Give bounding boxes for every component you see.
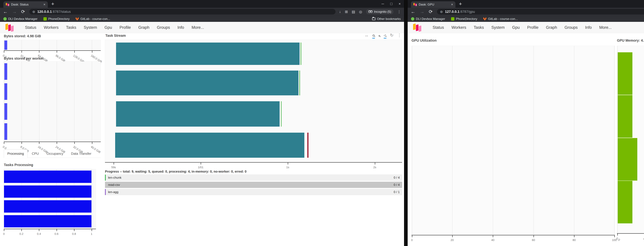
tab-processing[interactable]: Processing xyxy=(4,149,28,158)
site-info-icon[interactable]: ⊕ xyxy=(440,10,443,14)
site-info-icon[interactable]: ⊕ xyxy=(32,10,35,14)
bytes-stored-title: Bytes stored: 4.98 GiB xyxy=(4,34,41,38)
back-button[interactable]: ← xyxy=(3,9,8,14)
tick-mark xyxy=(74,51,75,53)
tick-mark xyxy=(617,234,618,236)
nav-tasks[interactable]: Tasks xyxy=(66,25,76,30)
bookmark-dli-devbox[interactable]: DLI Devbox Manager xyxy=(411,17,445,21)
chart-bar xyxy=(4,103,7,120)
bookmark-gitlab[interactable]: GitLab - course-con... xyxy=(76,17,110,21)
bytes-stored-chart[interactable] xyxy=(4,40,101,50)
tick-mark xyxy=(4,51,4,53)
nav-profile[interactable]: Profile xyxy=(527,25,538,30)
tick-mark xyxy=(74,142,75,144)
nav-status[interactable]: Status xyxy=(433,25,444,30)
nav-info[interactable]: Info xyxy=(178,25,184,30)
gridline xyxy=(57,62,57,141)
new-tab-button[interactable]: + xyxy=(459,1,462,7)
zoom-out-tool-icon[interactable] xyxy=(378,33,380,39)
box-zoom-tool-icon[interactable] xyxy=(372,33,375,39)
tasks-processing-chart[interactable] xyxy=(4,169,96,229)
back-button[interactable]: ← xyxy=(411,9,416,14)
progress-row-read-csv[interactable]: read-csv 0 / 4 xyxy=(105,182,402,188)
nav-system[interactable]: System xyxy=(84,25,97,30)
tab-data-transfer[interactable]: Data Transfer xyxy=(68,150,95,158)
side-panel-icon[interactable]: ▤ xyxy=(352,10,355,14)
bookmarks-bar: DLI Devbox Manager PhoneDirectory GitLab… xyxy=(408,16,644,22)
nav-groups[interactable]: Groups xyxy=(564,25,578,30)
reload-button[interactable]: ⟳ xyxy=(21,9,25,14)
nav-info[interactable]: Info xyxy=(585,25,592,30)
gpu-memory-chart[interactable] xyxy=(617,46,644,233)
nav-graph[interactable]: Graph xyxy=(138,25,150,30)
new-tab-button[interactable]: + xyxy=(51,1,54,7)
download-icon[interactable]: ↓ xyxy=(339,10,341,14)
axis-label: 0.8 xyxy=(72,232,76,236)
browser-tab-dask-gpu[interactable]: Dask: GPU × xyxy=(411,1,456,8)
tick-mark xyxy=(614,235,615,237)
wheel-zoom-tool-icon[interactable] xyxy=(384,33,386,39)
forward-button[interactable]: → xyxy=(420,9,424,14)
tab-cpu[interactable]: CPU xyxy=(28,150,42,158)
gridline xyxy=(493,46,493,235)
nav-gpu[interactable]: Gpu xyxy=(512,25,520,30)
status-subtabs: Processing CPU Occupancy Data Transfer xyxy=(4,149,101,158)
gpu-utilization-chart[interactable] xyxy=(412,46,615,235)
gridline xyxy=(57,40,57,50)
nav-more[interactable]: More... xyxy=(599,25,612,30)
tab-close-icon[interactable]: × xyxy=(44,3,46,6)
nav-status[interactable]: Status xyxy=(25,25,36,30)
bookmark-phonedirectory[interactable]: PhoneDirectory xyxy=(44,17,70,21)
bookmark-gitlab[interactable]: GitLab - course-con... xyxy=(483,17,518,21)
task-count: 0 / 4 xyxy=(394,183,400,187)
nav-system[interactable]: System xyxy=(491,25,505,30)
dask-nav-bar: Status Workers Tasks System Gpu Profile … xyxy=(0,22,404,33)
nav-graph[interactable]: Graph xyxy=(546,25,557,30)
tick-mark xyxy=(57,142,57,144)
nav-more[interactable]: More... xyxy=(192,25,204,30)
profile-icon[interactable]: ◎ xyxy=(359,10,362,14)
tick-mark xyxy=(201,162,201,164)
nav-groups[interactable]: Groups xyxy=(157,25,170,30)
tab-close-icon[interactable]: × xyxy=(451,3,453,6)
bookmark-dli-devbox[interactable]: DLI Devbox Manager xyxy=(3,17,38,21)
forward-button[interactable]: → xyxy=(12,9,17,14)
axis-label: 0.2 xyxy=(20,232,24,236)
nav-tasks[interactable]: Tasks xyxy=(474,25,484,30)
bytes-per-worker-chart[interactable] xyxy=(4,61,101,142)
other-bookmarks[interactable]: Other bookmarks xyxy=(372,17,401,21)
reload-button[interactable]: ⟳ xyxy=(429,9,433,14)
task-stream-chart[interactable] xyxy=(105,40,402,162)
close-button[interactable]: × xyxy=(399,1,401,7)
nav-workers[interactable]: Workers xyxy=(44,25,58,30)
dask-nav-bar: Status Workers Tasks System Gpu Profile … xyxy=(408,22,644,33)
extensions-icon[interactable]: ⊞ xyxy=(345,10,348,14)
chart-bar xyxy=(618,138,637,181)
chart-bar xyxy=(300,43,302,65)
tick-mark xyxy=(92,142,92,144)
bookmark-phonedirectory[interactable]: PhoneDirectory xyxy=(451,17,477,21)
address-bar[interactable]: ⊕ 127.0.0.1 :8787/gpu xyxy=(437,9,644,14)
reset-tool-icon[interactable]: ↻ xyxy=(390,33,394,39)
pan-tool-icon[interactable]: ↔ xyxy=(364,33,369,39)
nav-workers[interactable]: Workers xyxy=(452,25,466,30)
browser-tab-dask-status[interactable]: Dask: Status × xyxy=(3,1,48,8)
browser-toolbar: ← → ⟳ ⊕ 120.0.0.1 :8787/status ↓ ⊞ ▤ ◎ I… xyxy=(0,8,404,16)
incognito-icon xyxy=(368,10,372,13)
axis-label: 0.6 xyxy=(54,232,58,236)
axis-label: 59s xyxy=(111,166,116,169)
nav-profile[interactable]: Profile xyxy=(120,25,131,30)
plot-menu-icon[interactable]: ⋮ xyxy=(397,33,402,39)
progress-row-len-agg[interactable]: len-agg 0 / 1 xyxy=(105,189,402,195)
task-name: read-csv xyxy=(108,183,120,187)
progress-row-len-chunk[interactable]: len-chunk 0 / 4 xyxy=(105,175,402,181)
minimize-button[interactable]: ─ xyxy=(382,1,384,7)
browser-menu-icon[interactable]: ⋮ xyxy=(397,10,401,14)
tick-mark xyxy=(4,142,4,144)
gridline xyxy=(22,62,22,141)
address-bar[interactable]: ⊕ 120.0.0.1 :8787/status xyxy=(29,9,336,14)
nav-gpu[interactable]: Gpu xyxy=(104,25,112,30)
tab-occupancy[interactable]: Occupancy xyxy=(43,150,67,158)
bookmark-favicon xyxy=(411,17,414,20)
maximize-button[interactable]: □ xyxy=(390,1,392,7)
